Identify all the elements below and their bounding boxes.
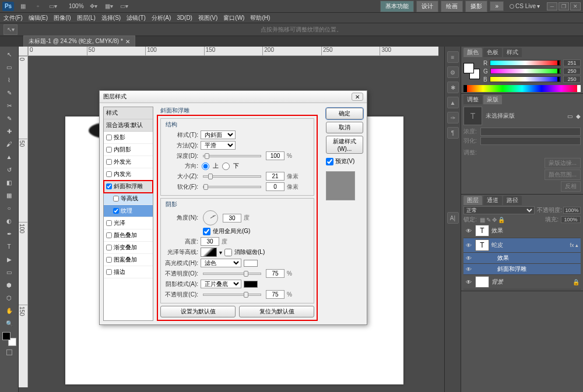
direction-up-radio[interactable]	[202, 163, 209, 170]
workspace-painting[interactable]: 绘画	[441, 1, 463, 12]
menu-file[interactable]: 文件(F)	[3, 14, 23, 22]
window-minimize[interactable]: ─	[547, 2, 557, 10]
menu-image[interactable]: 图像(I)	[54, 14, 71, 22]
layer-name[interactable]: 效果	[491, 227, 580, 235]
menu-layer[interactable]: 图层(L)	[77, 14, 96, 22]
tool-type[interactable]: T	[0, 240, 18, 253]
soften-slider[interactable]	[203, 186, 261, 188]
style-inner-glow[interactable]: 内发光	[104, 168, 153, 181]
visibility-toggle-icon[interactable]: 👁	[465, 278, 473, 286]
style-inner-shadow[interactable]: 内阴影	[104, 144, 153, 156]
paragraph-panel-icon[interactable]: ¶	[447, 127, 459, 139]
tab-styles[interactable]: 样式	[503, 48, 522, 57]
highlight-color-swatch[interactable]	[244, 260, 258, 267]
style-color-overlay[interactable]: 颜色叠加	[104, 229, 153, 242]
depth-slider[interactable]	[203, 155, 261, 157]
angle-wheel[interactable]	[203, 210, 218, 225]
tool-pen[interactable]: ✒	[0, 227, 18, 240]
layer-name[interactable]: 背景	[491, 278, 570, 286]
color-spectrum[interactable]	[463, 85, 581, 92]
workspace-design[interactable]: 设计	[416, 1, 438, 12]
make-default-button[interactable]: 设置为默认值	[160, 306, 236, 317]
tool-3d[interactable]: ⬢	[0, 278, 18, 291]
quick-mask-toggle[interactable]	[0, 349, 18, 355]
sidebar-styles-header[interactable]: 样式	[104, 107, 153, 119]
menu-filter[interactable]: 滤镜(T)	[127, 14, 146, 22]
tab-layers[interactable]: 图层	[463, 196, 482, 205]
tool-crop[interactable]: ✂	[0, 99, 18, 112]
bevel-style-select[interactable]: 内斜面	[201, 130, 236, 139]
input-r[interactable]	[563, 59, 581, 66]
mask-density-input[interactable]	[480, 128, 581, 136]
style-outer-glow[interactable]: 外发光	[104, 156, 153, 168]
tab-color[interactable]: 颜色	[463, 48, 482, 57]
input-b[interactable]	[563, 76, 581, 83]
screen-mode-icon[interactable]: ▭▾	[119, 2, 129, 11]
soften-input[interactable]	[266, 182, 285, 191]
altitude-input[interactable]	[201, 237, 219, 246]
sidebar-blend-header[interactable]: 混合选项:默认	[104, 119, 153, 132]
mask-edge-button[interactable]: 蒙版边缘...	[545, 158, 581, 168]
style-pattern-overlay[interactable]: 图案叠加	[104, 254, 153, 266]
direction-down-radio[interactable]	[222, 163, 230, 170]
angle-input[interactable]	[223, 214, 241, 223]
tool-history-brush[interactable]: ↺	[0, 163, 18, 176]
brush-presets-icon[interactable]: ✑	[447, 112, 459, 123]
visibility-toggle-icon[interactable]: 👁	[465, 241, 473, 249]
tool-eyedropper[interactable]: ✎	[0, 112, 18, 125]
slider-b[interactable]	[490, 76, 561, 82]
style-texture[interactable]: 纹理	[104, 205, 153, 217]
style-drop-shadow[interactable]: 投影	[104, 132, 153, 144]
arrange-docs-icon[interactable]: ▦▾	[104, 2, 114, 11]
size-input[interactable]	[266, 172, 285, 181]
character-panel-icon[interactable]: A|	[447, 212, 459, 224]
tool-brush[interactable]: 🖌	[0, 137, 18, 150]
shadow-opacity-slider[interactable]	[203, 294, 261, 296]
shadow-mode-select[interactable]: 正片叠底	[201, 280, 241, 288]
layer-row[interactable]: 👁 背景 🔒	[463, 275, 581, 289]
lock-transparency-icon[interactable]: ▦	[480, 217, 485, 223]
tab-swatches[interactable]: 色板	[483, 48, 502, 57]
tool-dodge[interactable]: ◐	[0, 214, 18, 227]
document-tab[interactable]: 未标题-1 @ 24.2% (蛇皮, CMYK/8) * ✕	[23, 36, 135, 47]
layer-row[interactable]: 👁 T 效果	[463, 224, 581, 238]
shadow-opacity-input[interactable]	[266, 290, 285, 299]
color-range-button[interactable]: 颜色范围...	[545, 169, 581, 180]
current-tool-icon[interactable]: ↖▾	[3, 24, 17, 35]
menu-select[interactable]: 选择(S)	[101, 14, 121, 22]
highlight-mode-select[interactable]: 滤色	[201, 259, 241, 267]
tool-stamp[interactable]: ▲	[0, 150, 18, 163]
slider-g[interactable]	[490, 68, 561, 74]
tool-marquee[interactable]: ▭	[0, 61, 18, 73]
launch-bridge-icon[interactable]: ▦	[17, 2, 28, 11]
tab-adjustments[interactable]: 调整	[463, 95, 482, 104]
input-g[interactable]	[563, 68, 581, 75]
navigator-panel-icon[interactable]: ⚙	[447, 66, 459, 78]
highlight-opacity-slider[interactable]	[203, 273, 261, 275]
tool-quick-select[interactable]: ✎	[0, 86, 18, 99]
style-gradient-overlay[interactable]: 渐变叠加	[104, 242, 153, 254]
reset-default-button[interactable]: 复位为默认值	[239, 306, 314, 317]
brush-panel-icon[interactable]: ✱	[447, 82, 459, 93]
layer-thumbnail[interactable]: T	[475, 225, 489, 236]
window-close[interactable]: ✕	[570, 2, 581, 10]
tool-blur[interactable]: ○	[0, 202, 18, 214]
mini-bridge-icon[interactable]: ▫	[33, 2, 43, 11]
menu-window[interactable]: 窗口(W)	[223, 14, 244, 22]
lock-position-icon[interactable]: ✥	[492, 217, 497, 223]
tool-gradient[interactable]: ▦	[0, 189, 18, 202]
ok-button[interactable]: 确定	[326, 108, 363, 119]
tool-3d-camera[interactable]: ⬡	[0, 291, 18, 304]
tool-eraser[interactable]: ◧	[0, 176, 18, 189]
menu-edit[interactable]: 编辑(E)	[29, 14, 48, 22]
tool-path-select[interactable]: ▶	[0, 253, 18, 266]
shadow-color-swatch[interactable]	[244, 281, 258, 288]
blend-mode-select[interactable]: 正常	[463, 206, 535, 214]
lock-all-icon[interactable]: 🔒	[498, 217, 505, 223]
tool-healing[interactable]: ✚	[0, 125, 18, 137]
menu-help[interactable]: 帮助(H)	[250, 14, 270, 22]
ruler-horizontal[interactable]: 050100150200250300	[28, 47, 438, 56]
preview-checkbox[interactable]	[326, 158, 333, 165]
slider-r[interactable]	[490, 60, 561, 66]
layer-thumbnail[interactable]	[475, 276, 489, 288]
